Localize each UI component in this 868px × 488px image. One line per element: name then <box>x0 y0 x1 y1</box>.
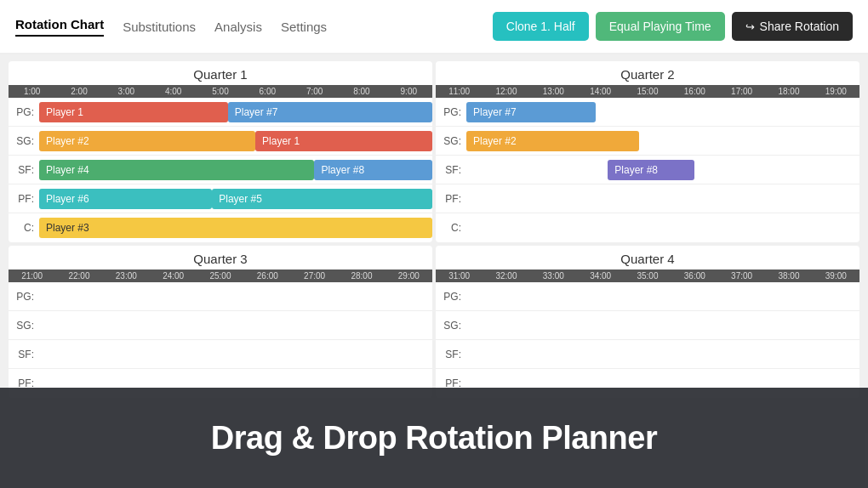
tab-analysis[interactable]: Analysis <box>214 20 262 34</box>
share-icon: ↪ <box>745 20 755 33</box>
q4-sf-row: SF: <box>436 340 859 369</box>
player-bar[interactable]: Player 1 <box>255 131 432 151</box>
quarter-1-title: Quarter 1 <box>9 61 432 85</box>
q3-sf-label: SF: <box>9 349 39 360</box>
header-buttons: Clone 1. Half Equal Playing Time ↪ Share… <box>493 12 853 41</box>
q2-sg-row: SG: Player #2 <box>436 127 859 156</box>
app-container: Rotation Chart Substitutions Analysis Se… <box>0 0 868 488</box>
q1-sg-label: SG: <box>9 135 39 147</box>
q2-pf-track[interactable] <box>466 187 859 211</box>
q2-c-label: C: <box>436 222 466 234</box>
player-bar[interactable]: Player #3 <box>39 218 432 238</box>
q2-pg-row: PG: Player #7 <box>436 98 859 127</box>
header: Rotation Chart Substitutions Analysis Se… <box>0 0 868 54</box>
q2-pg-track[interactable]: Player #7 <box>466 100 859 124</box>
q1-c-row: C: Player #3 <box>9 213 432 242</box>
q1-pf-row: PF: Player #6 Player #5 <box>9 184 432 213</box>
q4-sf-track[interactable] <box>466 343 859 366</box>
q3-sg-track[interactable] <box>39 314 432 338</box>
q3-pg-track[interactable] <box>39 285 432 309</box>
player-bar[interactable]: Player 1 <box>39 102 228 122</box>
q2-sf-label: SF: <box>436 164 466 176</box>
q1-pf-label: PF: <box>9 193 39 205</box>
q2-c-row: C: <box>436 213 859 242</box>
overlay-text: Drag & Drop Rotation Planner <box>211 420 657 457</box>
q3-sg-label: SG: <box>9 320 39 332</box>
quarter-1: Quarter 1 1:00 2:00 3:00 4:00 5:00 6:00 … <box>9 61 432 242</box>
q1-pg-row: PG: Player 1 Player #7 <box>9 98 432 127</box>
player-bar[interactable]: Player #2 <box>39 131 255 151</box>
player-bar[interactable]: Player #8 <box>314 160 432 180</box>
q4-sg-track[interactable] <box>466 314 859 338</box>
q1-pf-track[interactable]: Player #6 Player #5 <box>39 187 432 211</box>
quarter-4: Quarter 4 31:00 32:00 33:00 34:00 35:00 … <box>436 246 859 398</box>
player-bar[interactable]: Player #4 <box>39 160 314 180</box>
player-bar[interactable]: Player #7 <box>466 102 596 122</box>
tab-settings[interactable]: Settings <box>281 20 327 34</box>
q2-c-track[interactable] <box>466 216 859 240</box>
q2-pf-label: PF: <box>436 193 466 205</box>
player-bar[interactable]: Player #7 <box>228 102 432 122</box>
player-bar[interactable]: Player #5 <box>212 189 432 209</box>
q3-timeline: 21:00 22:00 23:00 24:00 25:00 26:00 27:0… <box>9 270 432 282</box>
quarter-3-title: Quarter 3 <box>9 246 432 270</box>
q2-sg-track[interactable]: Player #2 <box>466 129 859 153</box>
q3-sg-row: SG: <box>9 311 432 340</box>
tab-substitutions[interactable]: Substitutions <box>123 20 196 34</box>
quarter-3: Quarter 3 21:00 22:00 23:00 24:00 25:00 … <box>9 246 432 398</box>
overlay-banner: Drag & Drop Rotation Planner <box>0 388 868 488</box>
q4-sg-row: SG: <box>436 311 859 340</box>
q4-pg-label: PG: <box>436 291 466 303</box>
q2-sg-label: SG: <box>436 135 466 147</box>
q3-sf-track[interactable] <box>39 343 432 366</box>
clone-button[interactable]: Clone 1. Half <box>493 12 589 41</box>
q1-pg-label: PG: <box>9 106 39 118</box>
player-bar[interactable]: Player #2 <box>466 131 639 151</box>
q1-pg-track[interactable]: Player 1 Player #7 <box>39 100 432 124</box>
q1-c-track[interactable]: Player #3 <box>39 216 432 240</box>
quarter-4-title: Quarter 4 <box>436 246 859 270</box>
q2-pf-row: PF: <box>436 184 859 213</box>
q1-sf-label: SF: <box>9 164 39 176</box>
player-bar[interactable]: Player #6 <box>39 189 212 209</box>
content-grid: Quarter 1 1:00 2:00 3:00 4:00 5:00 6:00 … <box>0 54 868 405</box>
tab-rotation-chart[interactable]: Rotation Chart <box>15 17 104 37</box>
q2-pg-label: PG: <box>436 106 466 118</box>
quarter-2: Quarter 2 11:00 12:00 13:00 14:00 15:00 … <box>436 61 859 242</box>
q3-pg-row: PG: <box>9 282 432 311</box>
q2-sf-track[interactable]: Player #8 <box>466 158 859 182</box>
q1-sf-track[interactable]: Player #4 Player #8 <box>39 158 432 182</box>
player-bar[interactable]: Player #8 <box>608 160 694 180</box>
q1-c-label: C: <box>9 222 39 234</box>
q1-sf-row: SF: Player #4 Player #8 <box>9 156 432 184</box>
q4-sg-label: SG: <box>436 320 466 332</box>
q2-sf-row: SF: Player #8 <box>436 156 859 184</box>
equal-playing-time-button[interactable]: Equal Playing Time <box>596 12 725 41</box>
quarter-2-title: Quarter 2 <box>436 61 859 85</box>
q3-sf-row: SF: <box>9 340 432 369</box>
q4-sf-label: SF: <box>436 349 466 360</box>
q1-timeline: 1:00 2:00 3:00 4:00 5:00 6:00 7:00 8:00 … <box>9 85 432 98</box>
nav-tabs: Rotation Chart Substitutions Analysis Se… <box>15 17 327 37</box>
q1-sg-track[interactable]: Player #2 Player 1 <box>39 129 432 153</box>
q2-timeline: 11:00 12:00 13:00 14:00 15:00 16:00 17:0… <box>436 85 859 98</box>
q4-pg-track[interactable] <box>466 285 859 309</box>
q4-pg-row: PG: <box>436 282 859 311</box>
q4-timeline: 31:00 32:00 33:00 34:00 35:00 36:00 37:0… <box>436 270 859 282</box>
q3-pg-label: PG: <box>9 291 39 303</box>
q1-sg-row: SG: Player #2 Player 1 <box>9 127 432 156</box>
share-rotation-button[interactable]: ↪ Share Rotation <box>732 12 853 41</box>
